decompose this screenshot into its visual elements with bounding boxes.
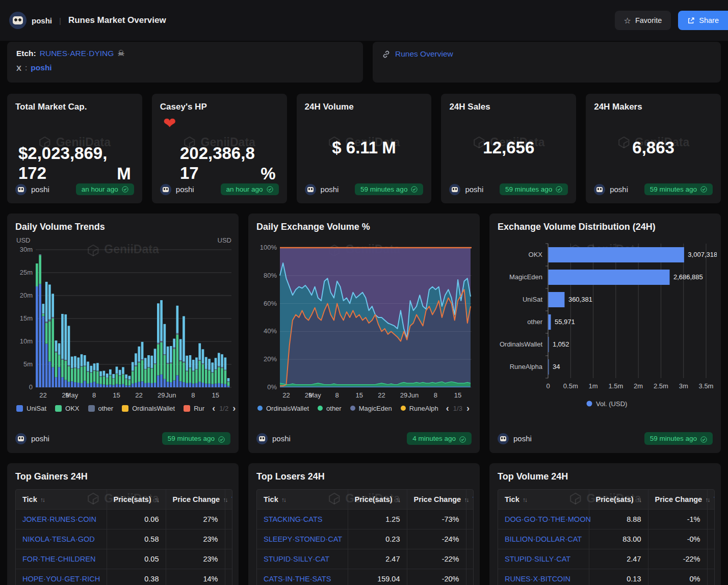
column-header-price-change[interactable]: Price Change↑↓ [407, 490, 466, 510]
tick-link[interactable]: DOG·GO·TO·THE·MOON [505, 515, 591, 523]
legend-swatch [55, 405, 62, 412]
svg-text:15: 15 [356, 391, 363, 399]
svg-text:22: 22 [135, 391, 142, 399]
legend-item-unisat[interactable]: UniSat [16, 405, 46, 412]
updated-badge: 4 minutes ago [407, 432, 472, 445]
volume-cell [225, 569, 232, 585]
svg-text:0.5m: 0.5m [563, 382, 578, 390]
column-header-tick[interactable]: Tick↑↓ [498, 490, 589, 510]
svg-text:Jun: Jun [408, 391, 419, 399]
column-label: Price(sats) [596, 495, 634, 503]
column-header-price-change[interactable]: Price Change↑↓ [648, 490, 707, 510]
legend-item-rur[interactable]: Rur [184, 405, 204, 412]
sort-icon[interactable]: ↑↓ [705, 496, 709, 503]
etch-rune-link[interactable]: RUNES·ARE·DYING [40, 49, 114, 58]
svg-text:20m: 20m [20, 291, 33, 299]
check-circle-icon [700, 436, 707, 443]
svg-text:29: 29 [158, 391, 165, 399]
sort-icon[interactable]: ↑↓ [223, 496, 227, 503]
legend-item-other[interactable]: other [88, 405, 114, 412]
tick-link[interactable]: RUNES·X·BITCOIN [505, 575, 570, 583]
tick-link[interactable]: NIKOLA·TESLA·GOD [22, 535, 95, 543]
svg-text:100%: 100% [260, 244, 277, 251]
column-header-price-sats-[interactable]: Price(sats)↑↓ [348, 490, 407, 510]
svg-text:25m: 25m [20, 269, 33, 276]
legend-next-icon[interactable]: › [232, 404, 236, 413]
daily-exchange-volume-chart[interactable]: 0%20%40%60%80%100%2229May8152229Jun815 [256, 234, 474, 403]
author-name: poshi [610, 185, 628, 194]
volume-cell [707, 510, 715, 529]
legend-swatch [318, 406, 323, 411]
chart-title: Exchange Volume Distribution (24H) [498, 222, 713, 232]
tick-link[interactable]: HOPE·YOU·GET·RICH [22, 575, 100, 583]
author-name: poshi [272, 434, 291, 443]
column-header-price-sats-[interactable]: Price(sats)↑↓ [589, 490, 648, 510]
tick-link[interactable]: FOR·THE·CHILDREN [22, 555, 95, 563]
author-name: poshi [31, 185, 49, 194]
svg-text:Vol. (USD): Vol. (USD) [596, 400, 627, 408]
tick-link[interactable]: SLEEPY·STONED·CAT [264, 535, 342, 543]
author-name: poshi [465, 185, 483, 194]
column-header-tick[interactable]: Tick↑↓ [16, 490, 107, 510]
volume-cell [466, 549, 474, 569]
legend-prev-icon[interactable]: ‹ [212, 404, 215, 413]
volume-cell [225, 510, 232, 529]
legend-item-magiceden[interactable]: MagicEden [350, 405, 392, 412]
table-row: CATS·IN·THE·SATS159.04-20% [257, 569, 474, 585]
column-header-tick[interactable]: Tick↑↓ [257, 490, 348, 510]
volume-cell [466, 569, 474, 585]
author-avatar [305, 184, 316, 195]
svg-text:1,052: 1,052 [553, 340, 569, 348]
author-name: poshi [176, 185, 194, 194]
table-row: SLEEPY·STONED·CAT0.23-24% [257, 529, 474, 549]
legend-label: other [98, 405, 114, 412]
legend-item-runealph[interactable]: RuneAlph [401, 405, 438, 412]
sort-icon[interactable]: ↑↓ [281, 496, 285, 503]
legend-item-ordinalswallet[interactable]: OrdinalsWallet [122, 405, 175, 412]
favorite-label: Favorite [635, 16, 662, 24]
price-change: -22% [407, 549, 466, 569]
legend-item-ordinalswallet[interactable]: OrdinalsWallet [257, 405, 309, 412]
column-label: Price(sats) [355, 495, 393, 503]
column-header-price-change[interactable]: Price Change↑↓ [166, 490, 225, 510]
sort-icon[interactable]: ↑↓ [637, 496, 641, 503]
daily-volume-trends-chart[interactable]: USDUSD05m10m15m20m25m30m2229May8152229Ju… [15, 234, 232, 403]
sort-icon[interactable]: ↑↓ [464, 496, 468, 503]
sort-icon[interactable]: ↑↓ [396, 496, 400, 503]
chart-title: Daily Volume Trends [15, 222, 230, 232]
stat-value: 12,656 [483, 138, 534, 158]
tick-link[interactable]: STACKING·CATS [264, 515, 322, 523]
tick-link[interactable]: JOKER·RUNES·COIN [22, 515, 96, 523]
legend-swatch [257, 406, 263, 411]
tick-link[interactable]: CATS·IN·THE·SATS [264, 575, 331, 583]
legend-prev-icon[interactable]: ‹ [446, 404, 449, 413]
user-name: poshi [32, 16, 52, 25]
column-label: Volume [232, 495, 233, 503]
share-button[interactable]: Share [678, 11, 728, 30]
page-title: Runes Market Overview [68, 15, 166, 25]
svg-text:30m: 30m [20, 246, 33, 253]
runes-overview-link[interactable]: Runes Overview [395, 49, 453, 59]
volume-cell [225, 549, 232, 569]
tick-link[interactable]: BILLION·DOLLAR·CAT [505, 535, 582, 543]
table-row: DOG·GO·TO·THE·MOON8.88-1% [498, 510, 715, 529]
legend-next-icon[interactable]: › [466, 404, 470, 413]
tick-link[interactable]: STUPID·SILLY·CAT [264, 555, 329, 563]
exchange-volume-distribution-chart[interactable]: 00.5m1m1.5m2m2.5m3m3.5mOKX3,007,318Magic… [498, 234, 717, 416]
sort-icon[interactable]: ↑↓ [154, 496, 159, 503]
check-circle-icon [411, 186, 418, 193]
x-profile-link[interactable]: poshi [31, 63, 51, 72]
favorite-button[interactable]: ☆ Favorite [615, 11, 671, 30]
legend-item-okx[interactable]: OKX [55, 405, 79, 412]
etch-label: Etch: [16, 49, 36, 58]
stat-title: 24H Sales [449, 102, 568, 112]
legend-item-other[interactable]: other [318, 405, 342, 412]
svg-text:0: 0 [29, 383, 33, 391]
svg-text:20%: 20% [264, 355, 277, 363]
tick-link[interactable]: STUPID·SILLY·CAT [505, 555, 570, 563]
svg-text:OrdinalsWallet: OrdinalsWallet [500, 340, 542, 348]
sort-icon[interactable]: ↑↓ [40, 496, 44, 503]
column-header-price-sats-[interactable]: Price(sats)↑↓ [107, 490, 166, 510]
sort-icon[interactable]: ↑↓ [523, 496, 527, 503]
price-sats: 2.47 [589, 549, 648, 569]
